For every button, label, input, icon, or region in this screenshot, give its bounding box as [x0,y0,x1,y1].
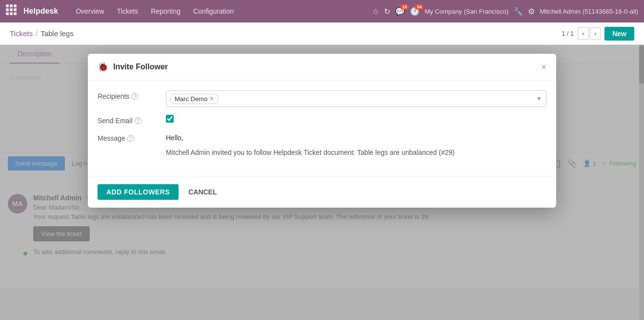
modal-body: Recipients ? Marc Demo ✕ ▼ [88,81,556,176]
message-field[interactable]: Hello, Mitchell Admin invited you to fol… [166,132,546,158]
invite-follower-modal: 🐞 Invite Follower × Recipients ? Marc De… [88,54,556,208]
message-body-text: Mitchell Admin invited you to follow Hel… [166,147,546,158]
send-email-help-icon[interactable]: ? [135,117,141,124]
send-email-checkbox[interactable] [166,115,174,123]
top-navigation: Helpdesk Overview Tickets Reporting Conf… [0,0,644,22]
modal-title: Invite Follower [113,63,536,71]
subheader: Tickets / Table legs 1 / 1 ‹ › New [0,22,644,45]
breadcrumb: Tickets / Table legs [10,29,74,38]
prev-arrow[interactable]: ‹ [578,27,588,40]
send-email-label: Send Email ? [98,115,156,125]
settings-icon[interactable]: ⚙ [528,7,535,16]
subheader-right: 1 / 1 ‹ › New [562,27,634,41]
nav-arrows: ‹ › [578,27,601,40]
breadcrumb-current: Table legs [40,29,74,38]
breadcrumb-parent[interactable]: Tickets [10,29,33,38]
recipient-name: Marc Demo [175,95,207,103]
modal-footer: ADD FOLLOWERS CANCEL [88,176,556,208]
right-icons: ☆ ↻ 💬 10 🕐 34 My Company (San Francisco)… [372,7,638,16]
cancel-button[interactable]: CANCEL [182,184,222,200]
chat-icon[interactable]: 💬 10 [395,7,405,16]
star-icon[interactable]: ☆ [372,7,379,16]
message-row: Message ? Hello, Mitchell Admin invited … [98,132,546,158]
message-label: Message ? [98,132,156,142]
message-text-content: Hello, Mitchell Admin invited you to fol… [166,132,546,158]
recipients-label: Recipients ? [98,90,156,100]
recipients-row: Recipients ? Marc Demo ✕ ▼ [98,90,546,107]
send-email-row: Send Email ? [98,115,546,125]
recipient-tag-marc: Marc Demo ✕ [170,94,219,104]
clock-badge: 34 [415,4,423,10]
nav-reporting[interactable]: Reporting [145,4,186,18]
nav-tickets[interactable]: Tickets [111,4,144,18]
user-name: Mitchell Admin (51143665-16-0-all) [540,8,638,15]
add-followers-button[interactable]: ADD FOLLOWERS [98,184,179,200]
send-email-field [166,115,546,123]
main-content: Description Description Send message Log… [0,45,644,320]
modal-header: 🐞 Invite Follower × [88,54,556,81]
breadcrumb-separator: / [36,29,38,38]
nav-overview[interactable]: Overview [70,4,110,18]
tools-icon[interactable]: 🔧 [513,7,523,16]
pagination: 1 / 1 [562,30,574,37]
nav-configuration[interactable]: Configuration [187,4,240,18]
app-grid-icon[interactable] [6,4,20,18]
modal-close-button[interactable]: × [541,63,546,71]
recipients-dropdown-icon[interactable]: ▼ [536,95,542,102]
clock-icon[interactable]: 🕐 34 [410,7,420,16]
recipient-tags: Marc Demo ✕ [170,94,536,104]
recipients-input[interactable]: Marc Demo ✕ ▼ [166,90,546,107]
message-help-icon[interactable]: ? [127,135,134,142]
nav-items: Overview Tickets Reporting Configuration [70,4,240,18]
next-arrow[interactable]: › [590,27,601,40]
chat-badge: 10 [400,4,409,10]
recipients-help-icon[interactable]: ? [131,93,138,100]
company-name: My Company (San Francisco) [424,8,508,15]
modal-icon: 🐞 [98,62,108,72]
new-button[interactable]: New [604,27,634,41]
message-greeting-text: Hello, [166,132,546,143]
recipient-remove-icon[interactable]: ✕ [209,95,214,102]
recipients-field: Marc Demo ✕ ▼ [166,90,546,107]
app-name: Helpdesk [23,7,58,16]
refresh-icon[interactable]: ↻ [384,7,390,16]
